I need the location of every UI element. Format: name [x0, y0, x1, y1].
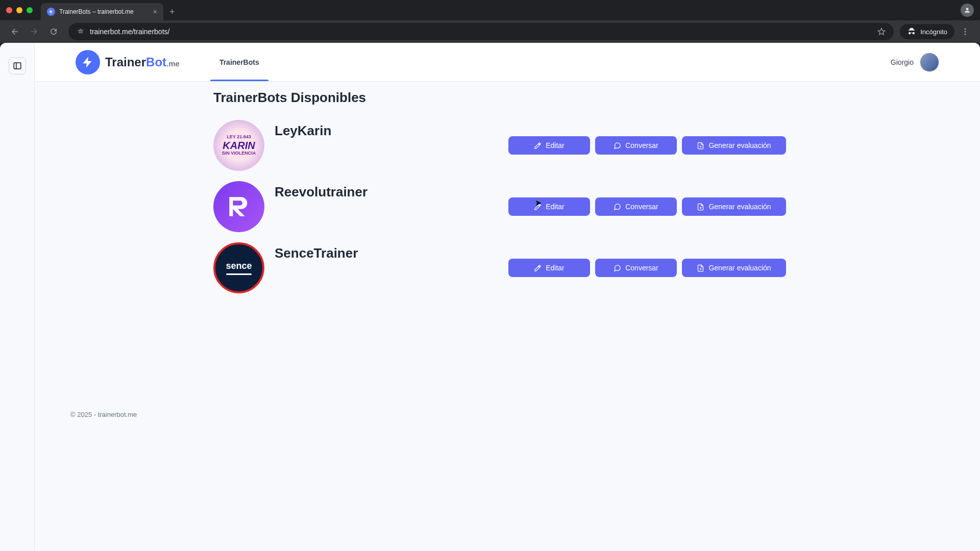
edit-button[interactable]: Editar — [508, 136, 590, 155]
header-user[interactable]: Giorgio — [891, 53, 939, 72]
tab-close-icon[interactable]: × — [153, 8, 157, 16]
file-plus-icon — [697, 264, 704, 272]
browser-toolbar: trainerbot.me/trainerbots/ Incógnito — [0, 20, 980, 43]
footer: © 2025 - trainerbot.me — [35, 400, 980, 551]
incognito-label: Incógnito — [920, 28, 947, 36]
bot-actions: Editar Conversar Generar evaluación — [508, 197, 980, 216]
reload-button[interactable] — [45, 23, 62, 40]
chat-button[interactable]: Conversar — [595, 136, 677, 155]
sidebar-toggle-button[interactable] — [9, 57, 26, 74]
bookmark-icon[interactable] — [877, 28, 886, 36]
chrome-profile-icon[interactable] — [961, 4, 974, 17]
addressbar[interactable]: trainerbot.me/trainerbots/ — [68, 23, 894, 40]
pencil-icon — [534, 264, 542, 272]
new-tab-button[interactable]: + — [169, 7, 175, 17]
nav-tabs: TrainerBots — [210, 43, 268, 81]
generate-eval-button[interactable]: Generar evaluación — [682, 136, 786, 155]
user-name: Giorgio — [891, 58, 914, 66]
bot-name: SenceTrainer — [275, 242, 358, 261]
browser-chrome: TrainerBots – trainerbot.me × + trainerb… — [0, 0, 980, 43]
chat-button[interactable]: Conversar — [595, 197, 677, 216]
incognito-icon — [907, 27, 916, 36]
bot-actions: Editar Conversar Generar evaluación — [508, 259, 980, 277]
tab-label: TrainerBots — [219, 58, 259, 66]
bot-list: LEY 21.643KARINSIN VIOLENCIA LeyKarin Ed… — [35, 120, 980, 293]
page-title: TrainerBots Disponibles — [35, 90, 980, 120]
side-rail — [0, 43, 35, 551]
generate-eval-button[interactable]: Generar evaluación — [682, 259, 786, 277]
pencil-icon — [534, 203, 542, 211]
chat-icon — [614, 264, 621, 272]
logo-text: TrainerBot.me — [105, 55, 180, 69]
svg-rect-3 — [14, 63, 21, 69]
svg-point-2 — [965, 34, 966, 35]
window-close-button[interactable] — [6, 7, 12, 13]
svg-point-0 — [965, 28, 966, 30]
edit-button[interactable]: Editar — [508, 197, 590, 216]
file-plus-icon — [697, 203, 704, 211]
pencil-icon — [534, 142, 542, 149]
generate-eval-button[interactable]: Generar evaluación — [682, 197, 786, 216]
window-controls — [6, 7, 33, 13]
file-plus-icon — [697, 142, 704, 149]
titlebar: TrainerBots – trainerbot.me × + — [0, 0, 980, 20]
bot-row: sence SenceTrainer Editar Conversar Gene… — [213, 242, 980, 293]
app-header: TrainerBot.me TrainerBots Giorgio — [35, 43, 980, 82]
favicon-icon — [47, 8, 55, 16]
edit-button[interactable]: Editar — [508, 259, 590, 277]
window-maximize-button[interactable] — [27, 7, 33, 13]
url-text: trainerbot.me/trainerbots/ — [90, 28, 169, 36]
bot-avatar — [213, 181, 264, 232]
chat-icon — [614, 203, 621, 211]
viewport: TrainerBot.me TrainerBots Giorgio Traine… — [0, 43, 980, 551]
browser-menu-button[interactable] — [957, 23, 974, 40]
tab-title: TrainerBots – trainerbot.me — [59, 8, 134, 15]
bot-actions: Editar Conversar Generar evaluación — [508, 136, 980, 155]
tab-trainerbots[interactable]: TrainerBots — [210, 43, 268, 81]
logo[interactable]: TrainerBot.me — [76, 50, 180, 74]
bot-row: Reevolutrainer Editar Conversar Generar … — [213, 181, 980, 232]
content: TrainerBots Disponibles LEY 21.643KARINS… — [35, 82, 980, 551]
main: TrainerBot.me TrainerBots Giorgio Traine… — [35, 43, 980, 551]
bot-row: LEY 21.643KARINSIN VIOLENCIA LeyKarin Ed… — [213, 120, 980, 171]
browser-tab[interactable]: TrainerBots – trainerbot.me × — [41, 3, 163, 20]
chat-button[interactable]: Conversar — [595, 259, 677, 277]
back-button[interactable] — [6, 23, 23, 40]
sidebar-toggle-icon — [13, 61, 22, 70]
window-minimize-button[interactable] — [16, 7, 22, 13]
incognito-badge[interactable]: Incógnito — [900, 24, 954, 39]
svg-point-1 — [965, 31, 966, 33]
bot-name: LeyKarin — [275, 120, 331, 139]
bot-avatar: LEY 21.643KARINSIN VIOLENCIA — [213, 120, 264, 171]
logo-mark-icon — [76, 50, 100, 74]
bot-name: Reevolutrainer — [275, 181, 368, 200]
chat-icon — [614, 142, 621, 149]
forward-button[interactable] — [26, 23, 43, 40]
avatar[interactable] — [920, 53, 939, 72]
site-info-icon[interactable] — [77, 28, 85, 36]
bot-avatar: sence — [213, 242, 264, 293]
